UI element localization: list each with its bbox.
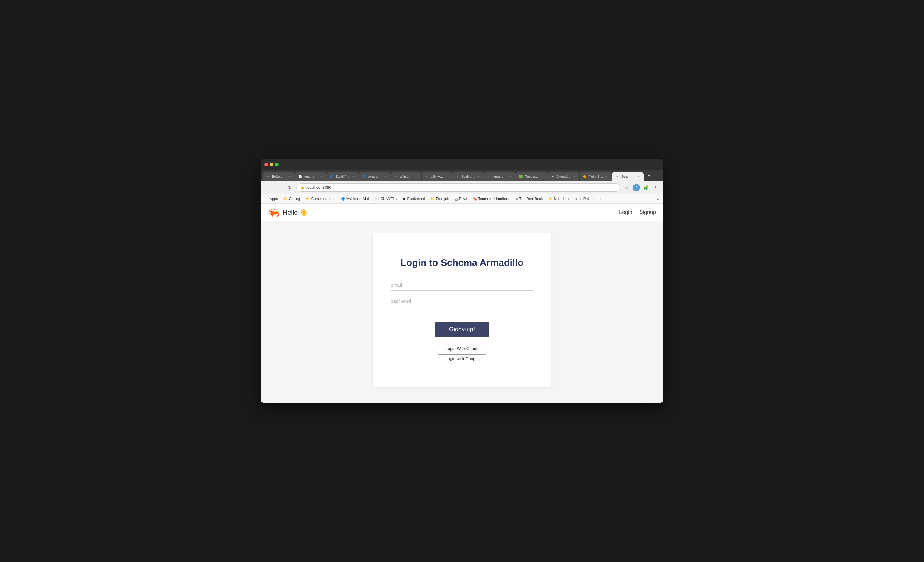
browser-tab-t4[interactable]: 🌀 Amand… ✕ bbox=[359, 172, 390, 181]
url-bar[interactable]: 🔒 localhost:8080 bbox=[297, 183, 620, 192]
tab-label: Boîte d… bbox=[272, 175, 286, 178]
browser-tab-t6[interactable]: ○ aflinky… ✕ bbox=[422, 172, 452, 181]
browser-tab-t2[interactable]: 📄 Amand… ✕ bbox=[295, 172, 327, 181]
bookmark-item-6[interactable]: 📁 Français bbox=[428, 196, 452, 202]
close-button[interactable] bbox=[264, 163, 268, 166]
reload-button[interactable]: ↻ bbox=[286, 183, 294, 192]
tab-favicon: 🌀 bbox=[330, 174, 334, 178]
bookmark-icon: △ bbox=[455, 197, 458, 201]
bookmark-icon: 📁 bbox=[430, 197, 435, 201]
address-bar: ← → ↻ 🔒 localhost:8080 ☆ A 🧩 ⋮ bbox=[261, 181, 663, 194]
tab-close-icon[interactable]: ✕ bbox=[540, 174, 544, 178]
tab-close-icon[interactable]: ✕ bbox=[288, 174, 292, 178]
tab-close-icon[interactable]: ✕ bbox=[572, 174, 576, 178]
app-logo: 🦐 Hello 👋 bbox=[268, 207, 308, 219]
profile-avatar[interactable]: A bbox=[632, 183, 640, 192]
bookmark-item-8[interactable]: 🔖 Teacher's Handbo… bbox=[470, 196, 513, 202]
tab-close-icon[interactable]: ✕ bbox=[383, 174, 388, 178]
url-text: localhost:8080 bbox=[306, 185, 332, 190]
bookmarks-bar: ⊞ Apps 📁 Coding 📁 Command Line 🔷 MyHunte… bbox=[261, 194, 663, 204]
tab-favicon: 🔶 bbox=[582, 174, 587, 178]
bookmark-label: Français bbox=[436, 197, 450, 201]
tab-favicon: 🟩 bbox=[519, 174, 523, 178]
tab-close-icon[interactable]: ✕ bbox=[320, 174, 324, 178]
bookmark-item-3[interactable]: 🔷 MyHunter Mail bbox=[339, 196, 372, 202]
bookmark-item-7[interactable]: △ Drive bbox=[453, 196, 470, 202]
bookmark-item-1[interactable]: 📁 Coding bbox=[281, 196, 303, 202]
tab-close-icon[interactable]: ✕ bbox=[604, 174, 609, 178]
browser-tab-t12[interactable]: ○ Schem… ✕ bbox=[612, 172, 643, 181]
bookmark-item-9[interactable]: ○ The Real Book bbox=[513, 196, 545, 202]
browser-tab-t8[interactable]: in Amand… ✕ bbox=[484, 172, 516, 181]
bookmark-item-11[interactable]: ○ Le Petit prince bbox=[573, 196, 604, 202]
minimize-button[interactable] bbox=[270, 163, 273, 166]
browser-window: ✉ Boîte d… ✕ 📄 Amand… ✕ 🌀 Swell P… ✕ 🌀 A… bbox=[261, 159, 663, 403]
tab-close-icon[interactable]: ✕ bbox=[351, 174, 356, 178]
tab-close-icon[interactable]: ✕ bbox=[414, 174, 418, 178]
maximize-button[interactable] bbox=[275, 163, 279, 166]
app-navbar: 🦐 Hello 👋 LoginSignup bbox=[261, 204, 663, 222]
nav-link-signup[interactable]: Signup bbox=[639, 209, 656, 216]
password-input[interactable] bbox=[390, 297, 534, 307]
nav-link-login[interactable]: Login bbox=[619, 209, 632, 216]
browser-tab-t3[interactable]: 🌀 Swell P… ✕ bbox=[327, 172, 359, 181]
bookmark-item-0[interactable]: ⊞ Apps bbox=[263, 196, 280, 202]
bookmark-icon: 🔷 bbox=[341, 197, 345, 201]
browser-tab-t9[interactable]: 🟩 Recs a… ✕ bbox=[516, 172, 547, 181]
password-group bbox=[390, 297, 534, 307]
back-button[interactable]: ← bbox=[264, 183, 273, 192]
bookmark-label: Blackboard bbox=[407, 197, 425, 201]
tab-label: Amand… bbox=[304, 175, 318, 178]
address-actions: ☆ A 🧩 ⋮ bbox=[623, 183, 660, 192]
bookmark-icon: 📄 bbox=[375, 197, 379, 201]
oauth-button-0[interactable]: Login With Github bbox=[438, 344, 486, 353]
oauth-buttons: Login With GithubLogin with Google bbox=[438, 344, 486, 363]
tab-favicon: 📄 bbox=[298, 174, 302, 178]
tab-favicon: in bbox=[487, 174, 491, 178]
app-nav-links: LoginSignup bbox=[619, 209, 656, 216]
bookmark-label: Coding bbox=[289, 197, 300, 201]
bookmark-item-5[interactable]: ◼ Blackboard bbox=[400, 196, 427, 202]
bookmark-label: Le Petit prince bbox=[578, 197, 602, 201]
tabs-bar: ✉ Boîte d… ✕ 📄 Amand… ✕ 🌀 Swell P… ✕ 🌀 A… bbox=[261, 170, 663, 181]
bookmark-item-4[interactable]: 📄 CUNYFirst bbox=[372, 196, 400, 202]
email-input[interactable] bbox=[390, 280, 534, 291]
bookmark-label: The Real Book bbox=[519, 197, 543, 201]
tab-favicon: 🌀 bbox=[362, 174, 366, 178]
tab-close-icon[interactable]: ✕ bbox=[508, 174, 513, 178]
tab-close-icon[interactable]: ✕ bbox=[636, 174, 640, 178]
tab-label: Fiche S… bbox=[588, 175, 603, 178]
tab-close-icon[interactable]: ✕ bbox=[477, 174, 481, 178]
profile-circle: A bbox=[633, 184, 640, 191]
tab-label: aflinky… bbox=[430, 175, 443, 178]
browser-menu-icon[interactable]: ⋮ bbox=[651, 183, 660, 192]
tab-favicon: ○ bbox=[424, 174, 429, 178]
browser-tab-t11[interactable]: 🔶 Fiche S… ✕ bbox=[580, 172, 612, 181]
forward-button[interactable]: → bbox=[275, 183, 284, 192]
bookmark-icon: 📁 bbox=[305, 197, 310, 201]
browser-tab-t1[interactable]: ✉ Boîte d… ✕ bbox=[263, 172, 295, 181]
bookmark-label: MyHunter Mail bbox=[346, 197, 369, 201]
tab-favicon: ✉ bbox=[266, 174, 270, 178]
oauth-button-1[interactable]: Login with Google bbox=[438, 354, 486, 363]
bookmark-label: Command Line bbox=[311, 197, 335, 201]
browser-tab-t10[interactable]: ★ Extensi… ✕ bbox=[548, 172, 579, 181]
bookmark-icon: ○ bbox=[575, 197, 577, 201]
bookmark-icon: ○ bbox=[516, 197, 518, 201]
bookmark-label: Nourriture bbox=[554, 197, 570, 201]
new-tab-button[interactable]: + bbox=[645, 171, 653, 180]
more-bookmarks-button[interactable]: » bbox=[655, 196, 661, 202]
traffic-lights bbox=[264, 163, 279, 166]
tab-label: Extensi… bbox=[556, 175, 570, 178]
extensions-icon[interactable]: 🧩 bbox=[642, 183, 650, 192]
bookmark-star-icon[interactable]: ☆ bbox=[623, 183, 631, 192]
bookmark-item-2[interactable]: 📁 Command Line bbox=[303, 196, 338, 202]
bookmark-icon: 📁 bbox=[283, 197, 288, 201]
submit-button[interactable]: Giddy-up! bbox=[435, 322, 489, 337]
browser-tab-t7[interactable]: ○ Sophie… ✕ bbox=[453, 172, 484, 181]
browser-tab-t5[interactable]: ○ aflinky… ✕ bbox=[391, 172, 421, 181]
tab-label: Amand… bbox=[368, 175, 382, 178]
tab-close-icon[interactable]: ✕ bbox=[445, 174, 449, 178]
bookmark-item-10[interactable]: 📁 Nourriture bbox=[546, 196, 572, 202]
bookmark-icon: ⊞ bbox=[266, 197, 268, 201]
